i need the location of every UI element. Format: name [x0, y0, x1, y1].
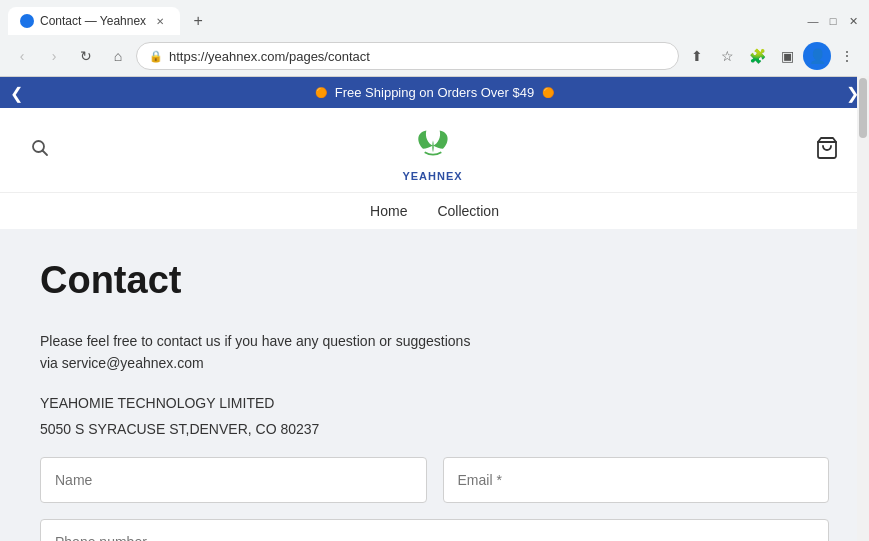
name-input[interactable] — [40, 457, 427, 503]
home-button[interactable]: ⌂ — [104, 42, 132, 70]
title-bar: Contact — Yeahnex ✕ + — □ ✕ — [0, 0, 869, 36]
bookmark-button[interactable]: ☆ — [713, 42, 741, 70]
phone-row — [40, 519, 829, 541]
site-nav: Home Collection — [0, 193, 869, 229]
tab-bar: Contact — Yeahnex ✕ + — [8, 7, 212, 35]
logo-image[interactable] — [408, 118, 458, 168]
restore-button[interactable]: □ — [825, 13, 841, 29]
company-name: YEAHOMIE TECHNOLOGY LIMITED — [40, 395, 829, 411]
contact-desc-line2: via service@yeahnex.com — [40, 355, 204, 371]
close-window-button[interactable]: ✕ — [845, 13, 861, 29]
svg-line-1 — [43, 150, 48, 155]
forward-button[interactable]: › — [40, 42, 68, 70]
promo-dot-left: 🟠 — [315, 87, 327, 98]
scrollbar-track[interactable] — [857, 76, 869, 541]
extensions-button[interactable]: 🧩 — [743, 42, 771, 70]
contact-description: Please feel free to contact us if you ha… — [40, 330, 829, 375]
scrollbar-thumb[interactable] — [859, 78, 867, 138]
banner-prev-button[interactable]: ❮ — [0, 83, 33, 102]
logo-text[interactable]: YEAHNEX — [402, 170, 462, 182]
address-bar-row: ‹ › ↻ ⌂ 🔒 https://yeahnex.com/pages/cont… — [0, 36, 869, 76]
active-tab[interactable]: Contact — Yeahnex ✕ — [8, 7, 180, 35]
new-tab-button[interactable]: + — [184, 7, 212, 35]
menu-button[interactable]: ⋮ — [833, 42, 861, 70]
name-email-row — [40, 457, 829, 503]
email-input[interactable] — [443, 457, 830, 503]
close-tab-button[interactable]: ✕ — [152, 13, 168, 29]
sidebar-button[interactable]: ▣ — [773, 42, 801, 70]
window-controls: — □ ✕ — [805, 13, 861, 29]
profile-button[interactable]: 👤 — [803, 42, 831, 70]
contact-desc-line1: Please feel free to contact us if you ha… — [40, 333, 470, 349]
url-text: https://yeahnex.com/pages/contact — [169, 49, 370, 64]
promo-banner: ❮ 🟠 Free Shipping on Orders Over $49 🟠 ❯ — [0, 77, 869, 108]
main-content: Contact Please feel free to contact us i… — [0, 229, 869, 541]
header-right — [815, 136, 839, 165]
address-bar[interactable]: 🔒 https://yeahnex.com/pages/contact — [136, 42, 679, 70]
page-title: Contact — [40, 259, 829, 302]
toolbar-right: ⬆ ☆ 🧩 ▣ 👤 ⋮ — [683, 42, 861, 70]
promo-dot-right: 🟠 — [542, 87, 554, 98]
nav-collection[interactable]: Collection — [437, 203, 498, 219]
header-center: YEAHNEX — [402, 118, 462, 182]
tab-favicon — [20, 14, 34, 28]
nav-home[interactable]: Home — [370, 203, 407, 219]
search-button[interactable] — [30, 138, 50, 163]
back-button[interactable]: ‹ — [8, 42, 36, 70]
site-content: ❮ 🟠 Free Shipping on Orders Over $49 🟠 ❯ — [0, 77, 869, 541]
promo-text: Free Shipping on Orders Over $49 — [335, 85, 534, 100]
browser-chrome: Contact — Yeahnex ✕ + — □ ✕ ‹ › ↻ ⌂ 🔒 ht… — [0, 0, 869, 77]
minimize-button[interactable]: — — [805, 13, 821, 29]
cart-button[interactable] — [815, 136, 839, 165]
share-button[interactable]: ⬆ — [683, 42, 711, 70]
company-address: 5050 S SYRACUSE ST,DENVER, CO 80237 — [40, 421, 829, 437]
phone-input[interactable] — [40, 519, 829, 541]
tab-title: Contact — Yeahnex — [40, 14, 146, 28]
lock-icon: 🔒 — [149, 50, 163, 63]
header-left — [30, 138, 50, 163]
profile-icon: 👤 — [809, 48, 826, 64]
site-header: YEAHNEX — [0, 108, 869, 193]
reload-button[interactable]: ↻ — [72, 42, 100, 70]
